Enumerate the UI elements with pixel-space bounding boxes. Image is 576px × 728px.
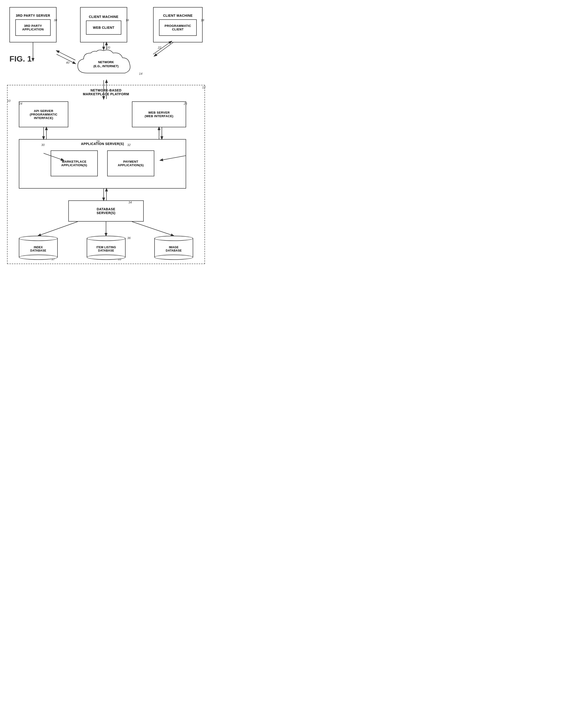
web-server-box: WEB SERVER(WEB INTERFACE) bbox=[132, 101, 186, 127]
api-server-label: API SERVER(PROGRAMMATICINTERFACE) bbox=[30, 109, 57, 120]
third-party-app-box: 3RD PARTYAPPLICATION bbox=[15, 19, 51, 36]
image-db-label: IMAGEDATABASE bbox=[166, 246, 182, 252]
web-client-box: WEB CLIENT bbox=[86, 21, 121, 35]
programmatic-client-box: PROGRAMMATICCLIENT bbox=[159, 19, 197, 36]
payment-app-label: PAYMENTAPPLICATION(S) bbox=[118, 160, 144, 167]
svg-line-7 bbox=[154, 43, 173, 56]
svg-line-4 bbox=[57, 51, 76, 60]
client-machine-18-box: CLIENT MACHINE PROGRAMMATICCLIENT bbox=[153, 7, 203, 43]
ref-40: 40 bbox=[66, 61, 69, 64]
ref-20: 20 bbox=[107, 46, 110, 49]
image-db-cylinder: IMAGEDATABASE bbox=[154, 236, 193, 260]
ref-30: 30 bbox=[41, 143, 45, 146]
third-party-server-box: 3RD PARTY SERVER 3RD PARTYAPPLICATION bbox=[9, 7, 57, 43]
image-db-top bbox=[154, 236, 193, 241]
marketplace-app-box: MARKETPLACEAPPLICATION(S) bbox=[51, 151, 98, 176]
client-machine-16-box: CLIENT MACHINE WEB CLIENT bbox=[80, 7, 127, 43]
ref-12: 12 bbox=[202, 86, 205, 89]
svg-line-8 bbox=[153, 41, 172, 54]
index-db-cylinder: INDEXDATABASE bbox=[19, 236, 58, 260]
item-listing-db-body: ITEM LISTINGDATABASE bbox=[87, 238, 125, 257]
index-db-top bbox=[19, 236, 58, 241]
payment-app-box: PAYMENTAPPLICATION(S) bbox=[107, 151, 154, 176]
fig-label: FIG. 1 bbox=[9, 54, 32, 63]
database-server-box: DATABASESERVER(S) bbox=[68, 200, 144, 222]
api-server-box: API SERVER(PROGRAMMATICINTERFACE) bbox=[19, 101, 68, 127]
client-machine-18-label: CLIENT MACHINE bbox=[163, 14, 193, 18]
item-listing-db-top bbox=[87, 236, 125, 241]
item-listing-db-bottom bbox=[87, 254, 125, 260]
image-db-bottom bbox=[154, 254, 193, 260]
database-server-label: DATABASESERVER(S) bbox=[96, 207, 115, 215]
client-machine-16-label: CLIENT MACHINE bbox=[89, 15, 118, 19]
app-server-label: APPLICATION SERVER(S) bbox=[81, 142, 124, 146]
ref-14: 14 bbox=[139, 72, 142, 76]
ref-24: 24 bbox=[19, 102, 22, 105]
ref-28: 28 bbox=[96, 140, 99, 143]
diagram: FIG. 1 3RD PARTY SERVER 3RD PARTYAPPLICA… bbox=[0, 0, 212, 269]
ref-38: 38 bbox=[54, 18, 57, 22]
third-party-server-label: 3RD PARTY SERVER bbox=[16, 14, 50, 18]
programmatic-client-label: PROGRAMMATICCLIENT bbox=[165, 24, 191, 31]
ref-36: 36 bbox=[127, 236, 131, 240]
index-db-body: INDEXDATABASE bbox=[19, 238, 58, 257]
svg-text:NETWORK: NETWORK bbox=[98, 60, 114, 64]
ref-34: 34 bbox=[128, 200, 132, 204]
ref-10: 10 bbox=[7, 99, 10, 103]
ref-22: 22 bbox=[158, 46, 161, 49]
item-listing-db-cylinder: ITEM LISTINGDATABASE bbox=[87, 236, 125, 260]
third-party-app-label: 3RD PARTYAPPLICATION bbox=[22, 24, 44, 31]
index-db-label: INDEXDATABASE bbox=[30, 246, 47, 252]
web-client-label: WEB CLIENT bbox=[93, 26, 114, 29]
cloud-svg: NETWORK (E.G., INTERNET) bbox=[73, 50, 139, 80]
image-db-body: IMAGEDATABASE bbox=[154, 238, 193, 257]
network-cloud: NETWORK (E.G., INTERNET) bbox=[73, 50, 139, 80]
ref-32: 32 bbox=[127, 143, 131, 146]
ref-18: 18 bbox=[201, 18, 204, 22]
marketplace-app-label: MARKETPLACEAPPLICATION(S) bbox=[61, 160, 87, 167]
item-listing-db-label: ITEM LISTINGDATABASE bbox=[96, 246, 116, 252]
index-db-bottom bbox=[19, 254, 58, 260]
svg-text:(E.G., INTERNET): (E.G., INTERNET) bbox=[93, 64, 119, 68]
ref-26: 26 bbox=[184, 102, 187, 105]
web-server-label: WEB SERVER(WEB INTERFACE) bbox=[145, 111, 173, 118]
ref-16: 16 bbox=[125, 18, 129, 22]
platform-label: NETWORK-BASEDMARKETPLACE PLATFORM bbox=[66, 88, 146, 96]
